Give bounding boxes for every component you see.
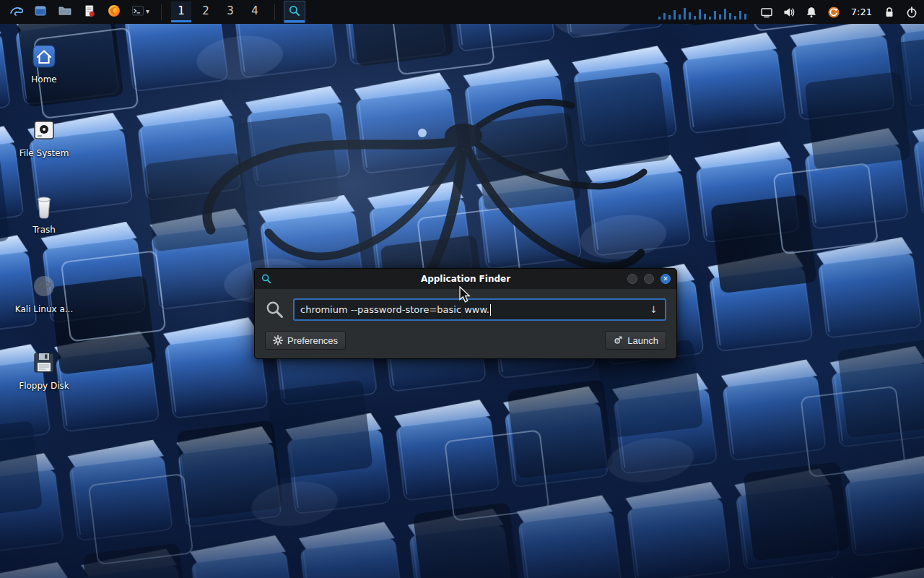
minimize-button[interactable] <box>627 274 637 284</box>
workspace-2[interactable]: 2 <box>196 1 216 22</box>
desktop-icon-label: File System <box>19 148 69 158</box>
text-caret <box>490 304 491 316</box>
desktop-icon-kali-docs[interactable]: Kali Linux a... <box>11 272 77 314</box>
notification-bell-icon[interactable] <box>805 6 818 19</box>
app-finder-titlebar-icon <box>261 273 272 285</box>
launch-button[interactable]: Launch <box>605 331 666 350</box>
firefox-icon <box>107 4 121 18</box>
search-input-text: chromium --password-store=basic www. <box>300 304 489 315</box>
terminal-icon <box>131 4 145 18</box>
chevron-down-icon[interactable]: ▾ <box>146 7 149 15</box>
taskbar-appfinder-button[interactable] <box>284 1 305 22</box>
panel-clock[interactable]: 7:21 <box>850 7 873 17</box>
panel-launchers: ▾ 1 2 3 4 <box>6 0 305 24</box>
panel-separator <box>161 4 162 20</box>
terminal-launcher[interactable]: ▾ <box>128 1 152 22</box>
finder-actions: Preferences Launch <box>265 331 666 350</box>
window-app-launcher[interactable] <box>30 1 51 22</box>
home-icon <box>31 43 57 69</box>
window-buttons: ✕ <box>627 274 671 284</box>
lock-icon[interactable] <box>883 6 896 19</box>
update-notifier-icon[interactable] <box>827 6 840 19</box>
desktop-icon-label: Trash <box>32 225 56 235</box>
window-icon <box>33 4 48 18</box>
desktop-icon-floppy[interactable]: Floppy Disk <box>11 349 77 391</box>
trash-icon <box>32 194 56 220</box>
history-dropdown-icon[interactable]: ↓ <box>648 304 659 315</box>
window-titlebar[interactable]: Application Finder ✕ <box>255 269 676 289</box>
desktop-icon-label: Kali Linux a... <box>15 304 73 314</box>
preferences-button[interactable]: Preferences <box>265 331 346 350</box>
floppy-icon <box>31 350 57 376</box>
system-monitor-graph[interactable] <box>657 4 751 20</box>
gear-icon <box>273 335 283 345</box>
firefox-launcher[interactable] <box>104 1 124 22</box>
close-button[interactable]: ✕ <box>661 274 671 284</box>
desktop-icon-home[interactable]: Home <box>11 43 77 85</box>
desktop-icon-filesystem[interactable]: File System <box>11 116 77 158</box>
search-input[interactable]: chromium --password-store=basic www. ↓ <box>293 298 666 321</box>
launch-label: Launch <box>627 335 658 346</box>
desktop-icon-label: Floppy Disk <box>19 381 69 391</box>
power-icon[interactable] <box>905 6 918 19</box>
text-editor-launcher[interactable] <box>79 1 100 22</box>
volume-icon[interactable] <box>783 6 796 19</box>
kali-menu-button[interactable] <box>6 1 26 22</box>
panel-separator <box>274 4 275 20</box>
close-icon: ✕ <box>663 276 668 282</box>
top-panel: ▾ 1 2 3 4 <box>0 0 924 24</box>
search-icon <box>265 300 284 319</box>
preferences-label: Preferences <box>287 335 338 346</box>
launch-icon <box>613 335 623 345</box>
desktop-icon-trash[interactable]: Trash <box>11 193 77 235</box>
maximize-button[interactable] <box>644 274 654 284</box>
document-icon <box>82 4 97 18</box>
window-title: Application Finder <box>255 274 676 284</box>
desktop-icon-label: Home <box>31 74 56 85</box>
kali-docs-icon <box>31 273 57 299</box>
search-row: chromium --password-store=basic www. ↓ <box>265 298 666 321</box>
folder-icon <box>58 4 72 18</box>
panel-tray: 7:21 <box>657 0 918 24</box>
workspace-1[interactable]: 1 <box>171 1 191 22</box>
application-finder-window: Application Finder ✕ chromium --password… <box>254 268 677 359</box>
finder-body: chromium --password-store=basic www. ↓ P… <box>255 289 676 358</box>
workspace-3[interactable]: 3 <box>220 1 240 22</box>
display-icon[interactable] <box>760 6 773 19</box>
desktop-root: ▾ 1 2 3 4 <box>0 0 924 578</box>
workspace-4[interactable]: 4 <box>245 1 265 22</box>
kali-logo-icon <box>9 4 23 18</box>
file-manager-launcher[interactable] <box>55 1 75 22</box>
drive-icon <box>31 117 57 143</box>
app-finder-icon <box>288 4 301 17</box>
